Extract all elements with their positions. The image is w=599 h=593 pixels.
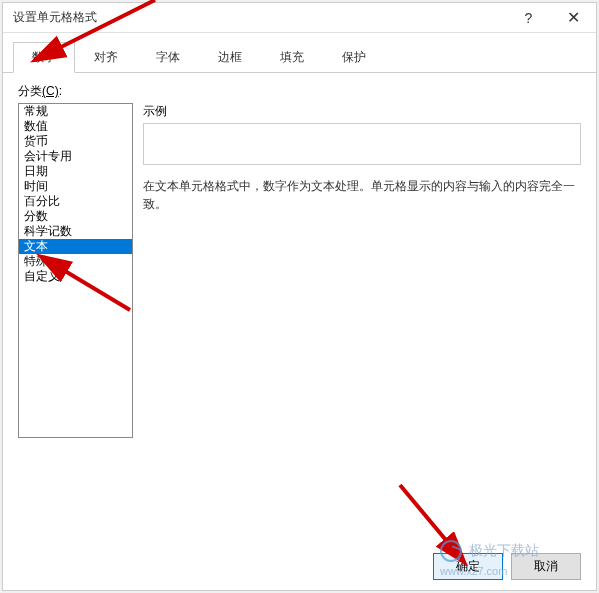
tab-label: 边框 (218, 50, 242, 64)
tab-fill[interactable]: 填充 (261, 42, 323, 73)
titlebar: 设置单元格格式 ? ✕ (3, 3, 596, 33)
tab-content: 分类(C): 常规 数值 货币 会计专用 日期 时间 百分比 分数 科学记数 文… (3, 73, 596, 550)
tab-label: 保护 (342, 50, 366, 64)
tab-bar: 数字 对齐 字体 边框 填充 保护 (3, 33, 596, 73)
list-item[interactable]: 常规 (19, 104, 132, 119)
titlebar-buttons: ? ✕ (506, 3, 596, 32)
tab-label: 字体 (156, 50, 180, 64)
tab-label: 数字 (32, 50, 56, 64)
list-item[interactable]: 时间 (19, 179, 132, 194)
main-area: 常规 数值 货币 会计专用 日期 时间 百分比 分数 科学记数 文本 特殊 自定… (18, 103, 581, 540)
button-label: 确定 (456, 559, 480, 573)
help-button[interactable]: ? (506, 3, 551, 32)
ok-button[interactable]: 确定 (433, 553, 503, 580)
dialog-title: 设置单元格格式 (13, 9, 506, 26)
tab-protection[interactable]: 保护 (323, 42, 385, 73)
tab-alignment[interactable]: 对齐 (75, 42, 137, 73)
close-button[interactable]: ✕ (551, 3, 596, 32)
right-panel: 示例 在文本单元格格式中，数字作为文本处理。单元格显示的内容与输入的内容完全一致… (143, 103, 581, 540)
cancel-button[interactable]: 取消 (511, 553, 581, 580)
tab-font[interactable]: 字体 (137, 42, 199, 73)
example-label: 示例 (143, 103, 581, 120)
tab-border[interactable]: 边框 (199, 42, 261, 73)
tab-label: 填充 (280, 50, 304, 64)
dialog-footer: 确定 取消 (433, 553, 581, 580)
format-cells-dialog: 设置单元格格式 ? ✕ 数字 对齐 字体 边框 填充 保护 (2, 2, 597, 591)
list-item-text[interactable]: 文本 (19, 239, 132, 254)
format-description: 在文本单元格格式中，数字作为文本处理。单元格显示的内容与输入的内容完全一致。 (143, 177, 581, 213)
list-item[interactable]: 数值 (19, 119, 132, 134)
tab-number[interactable]: 数字 (13, 42, 75, 73)
list-item[interactable]: 会计专用 (19, 149, 132, 164)
list-item[interactable]: 自定义 (19, 269, 132, 284)
category-listbox[interactable]: 常规 数值 货币 会计专用 日期 时间 百分比 分数 科学记数 文本 特殊 自定… (18, 103, 133, 438)
button-label: 取消 (534, 559, 558, 573)
tab-label: 对齐 (94, 50, 118, 64)
list-item[interactable]: 货币 (19, 134, 132, 149)
help-icon: ? (525, 10, 533, 26)
close-icon: ✕ (567, 8, 580, 27)
list-item[interactable]: 科学记数 (19, 224, 132, 239)
list-item[interactable]: 分数 (19, 209, 132, 224)
list-item[interactable]: 日期 (19, 164, 132, 179)
example-box (143, 123, 581, 165)
category-label: 分类(C): (18, 83, 581, 100)
list-item[interactable]: 百分比 (19, 194, 132, 209)
list-item[interactable]: 特殊 (19, 254, 132, 269)
